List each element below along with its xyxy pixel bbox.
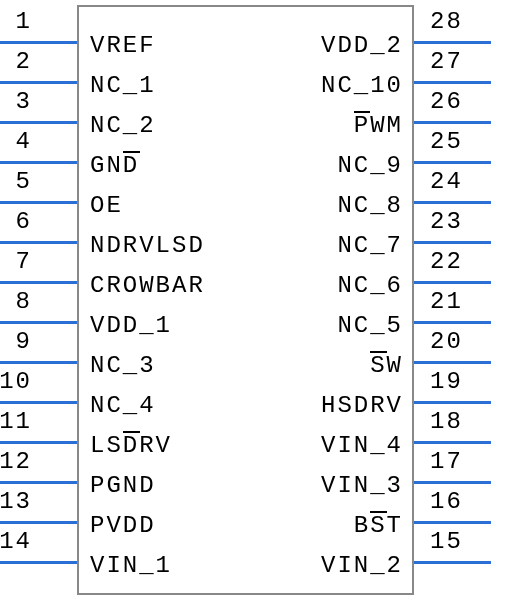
pin-number: 21 [430,288,463,315]
pin-number: 14 [0,528,32,555]
pin-label-12: PGND [90,472,156,499]
overline [354,111,371,113]
pin-4: 4 [0,124,77,164]
pin-number: 10 [0,368,32,395]
pin-label-5: OE [90,192,123,219]
pin-label-28: VDD_2 [321,32,403,59]
pin-label-2: NC_1 [90,72,156,99]
pin-number: 28 [430,8,463,35]
pin-23: 23 [414,204,528,244]
pin-25: 25 [414,124,528,164]
pin-number: 2 [16,48,32,75]
pin-6: 6 [0,204,77,244]
pin-label-24: NC_8 [337,192,403,219]
pin-lead [0,561,77,564]
pin-number: 19 [430,368,463,395]
pin-number: 8 [16,288,32,315]
pin-number: 23 [430,208,463,235]
pin-22: 22 [414,244,528,284]
pin-label-23: NC_7 [337,232,403,259]
pin-20: 20 [414,324,528,364]
pin-number: 9 [16,328,32,355]
pin-15: 15 [414,524,528,564]
pin-number: 13 [0,488,32,515]
pin-11: 11 [0,404,77,444]
pin-27: 27 [414,44,528,84]
pin-number: 16 [430,488,463,515]
pin-number: 20 [430,328,463,355]
pin-17: 17 [414,444,528,484]
pin-label-7: CROWBAR [90,272,205,299]
pin-label-17: VIN_3 [321,472,403,499]
pin-label-26: PWM [354,112,403,139]
pin-label-25: NC_9 [337,152,403,179]
pin-label-21: NC_5 [337,312,403,339]
pin-number: 15 [430,528,463,555]
pin-number: 4 [16,128,32,155]
pin-8: 8 [0,284,77,324]
overline [123,431,140,433]
pin-number: 1 [16,8,32,35]
pin-number: 5 [16,168,32,195]
pin-number: 3 [16,88,32,115]
pin-lead [414,561,491,564]
pin-5: 5 [0,164,77,204]
pinout-diagram: 1VREF2NC_13NC_24GND5OE6NDRVLSD7CROWBAR8V… [0,0,528,612]
pin-28: 28 [414,4,528,44]
pin-number: 22 [430,248,463,275]
pin-number: 26 [430,88,463,115]
pin-9: 9 [0,324,77,364]
pin-number: 12 [0,448,32,475]
pin-16: 16 [414,484,528,524]
pin-14: 14 [0,524,77,564]
pin-label-15: VIN_2 [321,552,403,579]
pin-label-19: HSDRV [321,392,403,419]
pin-label-11: LSDRV [90,432,172,459]
pin-label-1: VREF [90,32,156,59]
pin-label-9: NC_3 [90,352,156,379]
pin-24: 24 [414,164,528,204]
pin-number: 6 [16,208,32,235]
pin-label-27: NC_10 [321,72,403,99]
pin-label-4: GND [90,152,139,179]
pin-19: 19 [414,364,528,404]
pin-3: 3 [0,84,77,124]
pin-21: 21 [414,284,528,324]
pin-18: 18 [414,404,528,444]
pin-number: 27 [430,48,463,75]
overline [370,351,387,353]
pin-label-10: NC_4 [90,392,156,419]
pin-13: 13 [0,484,77,524]
pin-number: 25 [430,128,463,155]
pin-label-3: NC_2 [90,112,156,139]
overline [123,151,140,153]
pin-label-22: NC_6 [337,272,403,299]
pin-number: 17 [430,448,463,475]
pin-label-13: PVDD [90,512,156,539]
pin-number: 11 [0,408,32,435]
pin-label-20: SW [370,352,403,379]
pin-7: 7 [0,244,77,284]
pin-2: 2 [0,44,77,84]
pin-10: 10 [0,364,77,404]
pin-label-18: VIN_4 [321,432,403,459]
pin-label-8: VDD_1 [90,312,172,339]
pin-number: 18 [430,408,463,435]
pin-1: 1 [0,4,77,44]
pin-label-6: NDRVLSD [90,232,205,259]
pin-12: 12 [0,444,77,484]
pin-26: 26 [414,84,528,124]
overline [370,511,387,513]
pin-label-16: BST [354,512,403,539]
pin-label-14: VIN_1 [90,552,172,579]
pin-number: 7 [16,248,32,275]
pin-number: 24 [430,168,463,195]
